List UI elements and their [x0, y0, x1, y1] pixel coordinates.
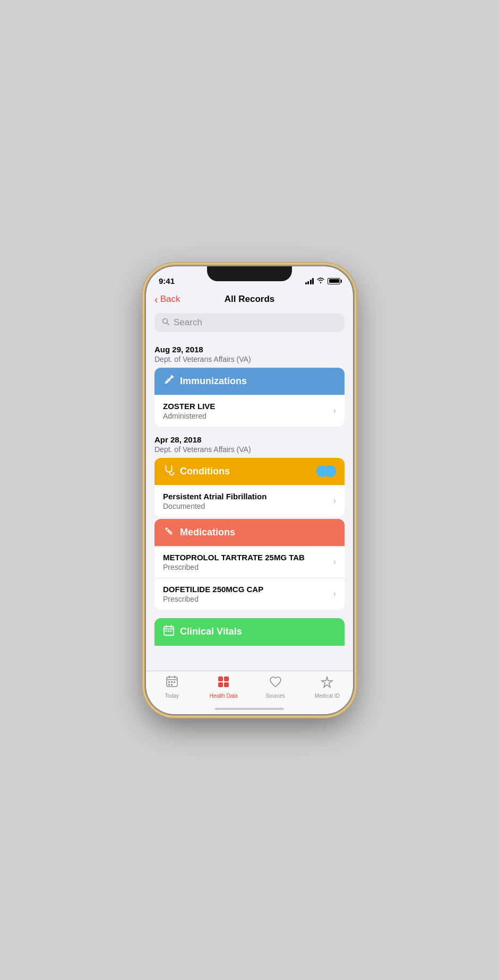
- dolby-badge: [316, 465, 336, 477]
- chevron-right-icon-4: ›: [333, 589, 336, 599]
- svg-rect-11: [166, 630, 167, 632]
- health-data-icon: [217, 675, 230, 691]
- record-date-2: Apr 28, 2018: [154, 435, 345, 444]
- medications-section: Medications METOPROLOL TARTRATE 25MG TAB…: [146, 519, 353, 612]
- metoprolol-row[interactable]: METOPROLOL TARTRATE 25MG TAB Prescribed …: [154, 546, 345, 578]
- zoster-live-row[interactable]: ZOSTER LIVE Administered ›: [154, 395, 345, 427]
- wifi-icon: [316, 277, 325, 285]
- back-chevron-icon: ‹: [154, 294, 158, 305]
- svg-rect-24: [224, 677, 229, 681]
- chevron-right-icon-2: ›: [333, 496, 336, 506]
- immunizations-header: Immunizations: [154, 368, 345, 395]
- tab-medical-id[interactable]: Medical ID: [302, 675, 354, 699]
- medications-header: Medications: [154, 519, 345, 546]
- svg-rect-12: [168, 630, 169, 632]
- afib-subtitle: Documented: [163, 502, 333, 510]
- zoster-title: ZOSTER LIVE: [163, 402, 333, 411]
- record-section-conditions: Apr 28, 2018 Dept. of Veterans Affairs (…: [146, 429, 353, 519]
- status-time: 9:41: [159, 276, 175, 285]
- svg-rect-13: [170, 630, 172, 632]
- phone-frame: 9:41: [146, 266, 353, 714]
- tab-today-label: Today: [165, 693, 179, 699]
- page-title: All Records: [225, 294, 274, 305]
- phone-screen: 9:41: [146, 266, 353, 714]
- afib-title: Persistent Atrial Fibrillation: [163, 492, 333, 501]
- medical-id-icon: [321, 675, 333, 691]
- search-bar[interactable]: Search: [154, 313, 345, 332]
- svg-rect-22: [171, 684, 173, 686]
- record-date-1: Aug 29, 2018: [154, 345, 345, 354]
- metoprolol-subtitle: Prescribed: [163, 563, 333, 571]
- chevron-right-icon: ›: [333, 406, 336, 415]
- nav-bar: ‹ Back All Records: [146, 290, 353, 309]
- scroll-content[interactable]: Aug 29, 2018 Dept. of Veterans Affairs (…: [146, 339, 353, 706]
- svg-point-3: [173, 472, 175, 474]
- tab-sources[interactable]: Sources: [249, 675, 302, 699]
- svg-line-1: [167, 323, 169, 325]
- afib-row[interactable]: Persistent Atrial Fibrillation Documente…: [154, 485, 345, 517]
- tab-today[interactable]: Today: [146, 675, 198, 699]
- medications-title: Medications: [180, 527, 235, 538]
- sources-icon: [269, 675, 282, 691]
- svg-rect-19: [171, 681, 173, 683]
- svg-rect-21: [168, 684, 170, 686]
- svg-rect-26: [224, 682, 229, 687]
- chevron-right-icon-3: ›: [333, 557, 336, 567]
- search-container: Search: [146, 309, 353, 339]
- syringe-icon: [163, 374, 175, 388]
- tab-health-data-label: Health Data: [210, 693, 238, 699]
- record-source-1: Dept. of Veterans Affairs (VA): [154, 355, 345, 363]
- dofetilide-row[interactable]: DOFETILIDE 250MCG CAP Prescribed ›: [154, 578, 345, 610]
- tab-health-data[interactable]: Health Data: [198, 675, 250, 699]
- conditions-card: Conditions Persistent Atrial Fibrillatio…: [154, 458, 345, 517]
- today-icon: [166, 675, 178, 691]
- tab-bar: Today Health Data: [146, 671, 353, 714]
- tab-sources-label: Sources: [265, 693, 285, 699]
- immunizations-card: Immunizations ZOSTER LIVE Administered ›: [154, 368, 345, 427]
- vitals-card-header: Clinical Vitals: [154, 618, 345, 646]
- status-icons: [305, 277, 341, 285]
- battery-icon: [328, 278, 340, 284]
- svg-rect-20: [174, 681, 175, 683]
- home-indicator: [215, 708, 284, 710]
- search-icon: [162, 318, 169, 327]
- svg-rect-25: [218, 682, 223, 687]
- dofetilide-subtitle: Prescribed: [163, 595, 333, 603]
- notch: [207, 266, 292, 281]
- pill-icon: [163, 525, 175, 540]
- search-placeholder: Search: [174, 317, 202, 328]
- signal-icon: [305, 278, 314, 284]
- metoprolol-title: METOPROLOL TARTRATE 25MG TAB: [163, 553, 333, 562]
- record-source-2: Dept. of Veterans Affairs (VA): [154, 445, 345, 454]
- zoster-subtitle: Administered: [163, 412, 333, 420]
- conditions-header: Conditions: [154, 458, 345, 485]
- dofetilide-title: DOFETILIDE 250MCG CAP: [163, 585, 333, 594]
- conditions-title: Conditions: [180, 466, 230, 477]
- back-button[interactable]: ‹ Back: [154, 294, 180, 305]
- clinical-vitals-section: Clinical Vitals: [146, 612, 353, 648]
- immunizations-title: Immunizations: [180, 376, 247, 387]
- stethoscope-icon: [163, 464, 175, 479]
- vitals-title: Clinical Vitals: [180, 626, 242, 637]
- medications-card: Medications METOPROLOL TARTRATE 25MG TAB…: [154, 519, 345, 610]
- svg-rect-23: [218, 677, 223, 681]
- svg-rect-18: [168, 681, 170, 683]
- back-label: Back: [160, 294, 180, 305]
- calendar-icon: [163, 625, 175, 639]
- tab-medical-id-label: Medical ID: [315, 693, 340, 699]
- record-section-immunizations: Aug 29, 2018 Dept. of Veterans Affairs (…: [146, 339, 353, 429]
